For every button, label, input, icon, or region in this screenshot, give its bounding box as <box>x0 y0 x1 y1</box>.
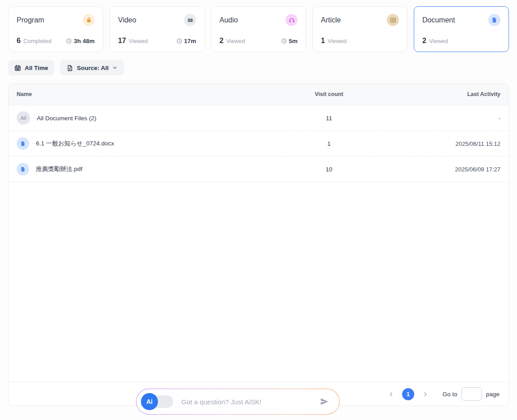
previous-page-button[interactable] <box>386 389 396 399</box>
column-header-name: Name <box>9 91 284 97</box>
source-filter-label: Source: All <box>77 65 109 71</box>
audio-count-label: Viewed <box>226 38 245 44</box>
program-duration: 3h 48m <box>66 38 95 44</box>
video-icon <box>184 14 196 26</box>
document-icon <box>488 14 500 26</box>
content-type-cards: Program 6 Completed 3h 48m Video <box>8 6 509 52</box>
article-count: 1 <box>321 37 325 45</box>
card-document-title: Document <box>422 16 455 24</box>
goto-label: Go to <box>443 391 457 398</box>
file-icon <box>66 65 73 71</box>
document-table: Name Visit count Last Activity All All D… <box>8 83 509 406</box>
clock-icon <box>66 38 72 44</box>
card-article-title: Article <box>321 16 341 24</box>
row-last-activity: 2025/06/11 15:12 <box>374 140 508 147</box>
send-button[interactable] <box>319 396 330 407</box>
row-name: 推薦獎勵辦法.pdf <box>36 165 83 173</box>
row-visit-count: 1 <box>284 140 374 147</box>
ai-badge: Ai <box>141 393 158 410</box>
card-program-title: Program <box>17 16 44 24</box>
source-filter-button[interactable]: Source: All <box>60 60 124 75</box>
card-video[interactable]: Video 17 Viewed 17m <box>110 6 205 52</box>
time-filter-label: All Time <box>25 65 48 71</box>
card-audio[interactable]: Audio 2 Viewed 5m <box>211 6 306 52</box>
card-article[interactable]: Article 1 Viewed <box>312 6 407 52</box>
page-label: page <box>486 391 499 398</box>
chevron-down-icon <box>112 65 118 70</box>
send-icon <box>320 397 329 407</box>
goto-page-input[interactable] <box>461 387 482 401</box>
ai-toggle[interactable]: Ai <box>141 393 176 410</box>
card-program[interactable]: Program 6 Completed 3h 48m <box>8 6 103 52</box>
next-page-button[interactable] <box>421 389 430 399</box>
video-count-label: Viewed <box>129 38 148 44</box>
all-badge: All <box>17 111 30 125</box>
table-header: Name Visit count Last Activity <box>9 83 508 105</box>
document-file-icon <box>17 137 29 150</box>
clock-icon <box>281 38 287 44</box>
article-count-label: Viewed <box>328 38 346 44</box>
chevron-right-icon <box>422 391 428 397</box>
document-count-label: Viewed <box>429 38 448 44</box>
clock-icon <box>176 38 182 44</box>
table-row-docx-file[interactable]: 6.1 一般お知らせ_0724.docx 1 2025/06/11 15:12 <box>9 131 508 157</box>
audio-count: 2 <box>219 37 223 45</box>
card-video-title: Video <box>118 16 136 24</box>
row-visit-count: 11 <box>284 115 374 122</box>
document-file-icon <box>17 163 29 175</box>
audio-icon <box>285 14 298 26</box>
video-count: 17 <box>118 37 126 45</box>
video-duration: 17m <box>176 38 196 44</box>
dashboard-page: Program 6 Completed 3h 48m Video <box>0 0 517 420</box>
audio-duration: 5m <box>281 38 298 44</box>
row-last-activity: 2025/06/09 17:27 <box>374 166 508 173</box>
current-page-button[interactable]: 1 <box>402 388 414 400</box>
card-audio-title: Audio <box>219 16 238 24</box>
table-row-pdf-file[interactable]: 推薦獎勵辦法.pdf 10 2025/06/09 17:27 <box>9 157 508 182</box>
document-count: 2 <box>422 37 426 45</box>
row-name: 6.1 一般お知らせ_0724.docx <box>36 140 114 148</box>
program-count-label: Completed <box>23 38 52 44</box>
row-visit-count: 10 <box>284 166 374 173</box>
row-last-activity: - <box>374 115 508 122</box>
card-document[interactable]: Document 2 Viewed <box>414 6 509 52</box>
calendar-icon <box>14 65 21 71</box>
time-filter-button[interactable]: All Time <box>8 60 54 75</box>
row-name: All Document Files (2) <box>37 115 96 122</box>
aisk-chat-bar: Ai <box>136 389 340 415</box>
column-header-visit-count: Visit count <box>284 91 374 97</box>
chevron-left-icon <box>388 391 394 397</box>
column-header-last-activity: Last Activity <box>374 91 508 97</box>
article-icon <box>387 14 399 26</box>
program-count: 6 <box>17 37 21 45</box>
filter-bar: All Time Source: All <box>8 60 509 75</box>
aisk-question-input[interactable] <box>181 398 319 406</box>
program-icon <box>83 14 95 26</box>
table-row-all-documents[interactable]: All All Document Files (2) 11 - <box>9 105 508 131</box>
